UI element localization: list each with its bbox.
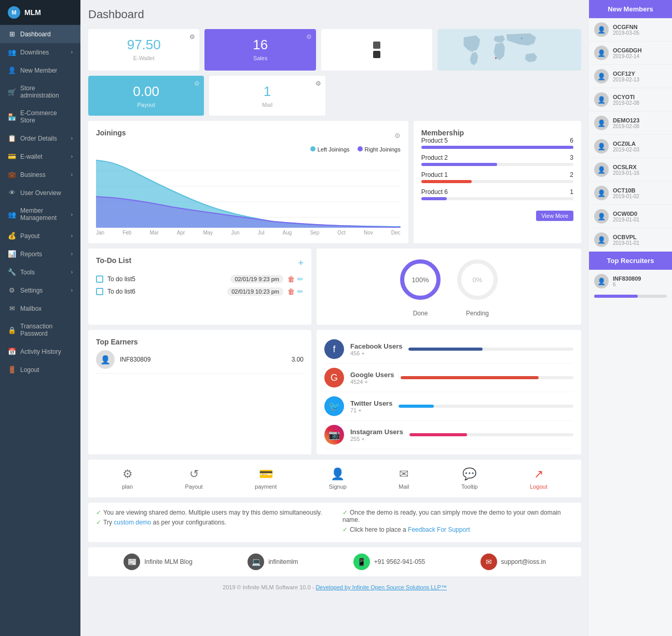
- sidebar-item-downlines[interactable]: 👥 Downlines ›: [0, 43, 80, 61]
- sidebar-label: Payout: [20, 232, 39, 240]
- x-may: May: [203, 230, 213, 236]
- mail-value: 1: [217, 84, 317, 100]
- sidebar-item-settings[interactable]: ⚙ Settings ›: [0, 281, 80, 299]
- footer-contact-blog: 📰 Infinite MLM Blog: [124, 554, 193, 570]
- sidebar-item-transaction-password[interactable]: 🔒 Transaction Password: [0, 317, 80, 342]
- member-info: OCT10B 2019-01-02: [613, 187, 639, 199]
- mail-gear-icon[interactable]: ⚙: [316, 80, 321, 87]
- sidebar-label: Activity History: [20, 348, 61, 355]
- donut-pending-label: Pending: [466, 310, 489, 317]
- sidebar-item-new-member[interactable]: 👤 New Member: [0, 61, 80, 79]
- footer-link-mail[interactable]: ✉ Mail: [399, 467, 409, 490]
- social-count: 255 +: [350, 436, 403, 442]
- members-list: 👤 OCGFNN 2019-03-05 👤 OCG6DGH 2019-02-14…: [589, 18, 672, 252]
- sidebar-item-logout[interactable]: 🚪 Logout: [0, 361, 80, 379]
- membership-item-header: Product 5 6: [421, 137, 573, 144]
- view-more-button[interactable]: View More: [536, 211, 573, 221]
- sidebar-item-e-commerce-store[interactable]: 🏪 E-Commerce Store: [0, 104, 80, 129]
- footer-contacts: 📰 Infinite MLM Blog 💻 infinitemlm 📱 +91 …: [88, 547, 581, 576]
- social-bar-bg: [409, 433, 573, 436]
- todo-delete-icon[interactable]: 🗑: [287, 287, 295, 296]
- stats-row-1: ⚙ 97.50 E-Wallet ⚙ 16 Sales: [88, 29, 581, 71]
- member-item: 👤 OCYOTI 2019-02-08: [589, 88, 672, 112]
- copyright-link[interactable]: Developed by Infinite Open Source Soluti…: [316, 584, 447, 590]
- todo-edit-icon[interactable]: ✏: [297, 275, 304, 283]
- sidebar-item-reports[interactable]: 📊 Reports ›: [0, 245, 80, 263]
- sidebar-item-activity-history[interactable]: 📅 Activity History: [0, 342, 80, 361]
- todo-label: To do list5: [107, 275, 226, 283]
- footer-link-tooltip[interactable]: 💬 Tooltip: [461, 467, 478, 490]
- sidebar-item-user-overview[interactable]: 👁 User Overview: [0, 184, 80, 202]
- sidebar-item-order-details[interactable]: 📋 Order Details ›: [0, 129, 80, 147]
- sales-gear-icon[interactable]: ⚙: [306, 33, 312, 40]
- footer-contact-site: 💻 infinitemlm: [248, 554, 298, 570]
- blog-label: Infinite MLM Blog: [144, 558, 193, 565]
- email-label: support@ioss.in: [501, 558, 546, 565]
- payout-label: Payout: [96, 102, 196, 108]
- payout-gear-icon[interactable]: ⚙: [194, 80, 200, 87]
- sidebar-item-store-administration[interactable]: 🛒 Store administration: [0, 79, 80, 104]
- toggle-box-1[interactable]: [373, 42, 380, 49]
- x-nov: Nov: [364, 230, 373, 236]
- chevron-icon: ›: [71, 49, 73, 55]
- joinings-gear-icon[interactable]: ⚙: [394, 132, 401, 140]
- todo-delete-icon[interactable]: 🗑: [287, 275, 295, 283]
- sidebar-item-member-management[interactable]: 👥 Member Management ›: [0, 202, 80, 227]
- charts-row: Joinings ⚙ Left Joinings Right Joinings: [88, 121, 581, 243]
- ewallet-gear-icon[interactable]: ⚙: [189, 33, 195, 40]
- membership-progress-fill: [421, 197, 447, 200]
- donut-pending: 0% Pending: [454, 256, 501, 317]
- sidebar-item-tools[interactable]: 🔧 Tools ›: [0, 263, 80, 281]
- site-label: infinitemlm: [268, 558, 298, 565]
- footer-link-signup[interactable]: 👤 Signup: [329, 467, 347, 490]
- sidebar-icon: 🚪: [8, 366, 16, 374]
- member-item: 👤 OCF12Y 2019-02-13: [589, 65, 672, 88]
- todo-checkbox[interactable]: [96, 275, 103, 283]
- footer-links: ⚙ plan ↺ Payout 💳 payment 👤 Signup ✉ Mai…: [88, 460, 581, 497]
- member-item: 👤 OCG6DGH 2019-02-14: [589, 42, 672, 65]
- todo-card-title: To-Do List +: [96, 256, 304, 270]
- sidebar-icon: ⊞: [8, 30, 16, 38]
- membership-item-header: Product 2 3: [421, 154, 573, 161]
- sidebar-label: E-wallet: [20, 153, 43, 160]
- sidebar-item-dashboard[interactable]: ⊞ Dashboard: [0, 25, 80, 43]
- membership-item: Product 5 6: [421, 137, 573, 149]
- todo-add-icon[interactable]: +: [298, 258, 304, 269]
- earners-title: Top Earners: [96, 338, 138, 346]
- feedback-link[interactable]: Feedback For Support: [408, 526, 470, 533]
- social-bar-fill: [399, 405, 433, 408]
- email-icon: ✉: [481, 554, 497, 570]
- sidebar-item-business[interactable]: 💼 Business ›: [0, 165, 80, 184]
- todo-checkbox[interactable]: [96, 288, 103, 295]
- member-info: DEMO123 2019-02-08: [613, 117, 639, 129]
- social-item-facebook: f Facebook Users 456 +: [324, 335, 573, 364]
- legend-left: Left Joinings: [310, 146, 350, 153]
- toggle-box-2[interactable]: [373, 51, 380, 58]
- sidebar-label: Order Details: [20, 135, 57, 142]
- footer-link-logout[interactable]: ↗ Logout: [530, 467, 547, 490]
- social-count: 71 +: [350, 407, 392, 413]
- todo-edit-icon[interactable]: ✏: [297, 287, 304, 296]
- earner-value: 3.00: [292, 356, 304, 363]
- custom-demo-link[interactable]: custom demo: [114, 519, 151, 526]
- footer-link-payout[interactable]: ↺ Payout: [185, 467, 202, 490]
- member-name: OCGFNN: [613, 24, 639, 30]
- sidebar-item-payout[interactable]: 💰 Payout ›: [0, 227, 80, 245]
- sidebar-label: Settings: [20, 287, 43, 294]
- membership-progress-bar: [421, 180, 573, 183]
- membership-count: 3: [570, 154, 573, 161]
- demo-text-2: ✓Try custom demo as per your configurati…: [96, 519, 327, 526]
- member-name: OCF12Y: [613, 71, 639, 77]
- payout-link-icon: ↺: [189, 467, 199, 481]
- footer-link-plan[interactable]: ⚙ plan: [122, 467, 133, 490]
- footer-link-payment[interactable]: 💳 payment: [255, 467, 277, 490]
- membership-count: 2: [570, 171, 573, 178]
- member-avatar: 👤: [594, 22, 609, 37]
- member-name: OCYOTI: [613, 94, 639, 100]
- sidebar-item-mailbox[interactable]: ✉ Mailbox: [0, 299, 80, 317]
- sidebar-icon: 🔒: [8, 326, 16, 334]
- social-info: Google Users 4524 +: [350, 371, 394, 385]
- sidebar-item-e-wallet[interactable]: 💳 E-wallet ›: [0, 147, 80, 165]
- plan-icon: ⚙: [122, 467, 133, 481]
- payout-card: ⚙ 0.00 Payout: [88, 76, 204, 116]
